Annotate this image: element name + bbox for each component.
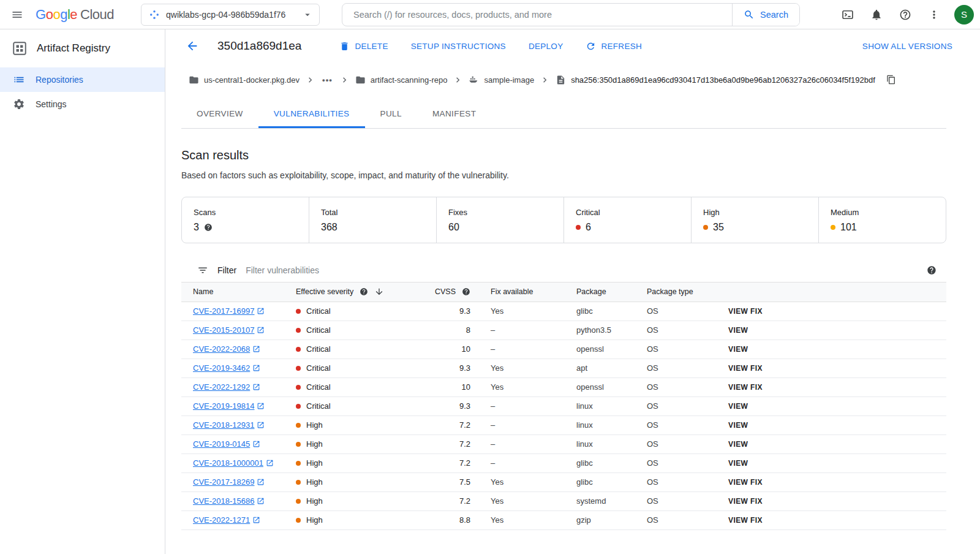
cve-link[interactable]: CVE-2019-0145	[193, 439, 260, 449]
filter-icon	[197, 265, 208, 276]
stat-label: Medium	[831, 208, 946, 217]
back-button[interactable]	[184, 37, 201, 55]
cve-link[interactable]: CVE-2019-19814	[193, 401, 265, 411]
cve-link[interactable]: CVE-2018-1000001	[193, 458, 274, 468]
cloud-shell-button[interactable]	[835, 2, 860, 27]
fix-available: –	[479, 321, 565, 340]
column-header-package[interactable]: Package	[565, 283, 635, 302]
view-fix-button[interactable]: VIEW FIX	[728, 364, 763, 373]
stat-high: High 35	[691, 197, 818, 243]
cve-link[interactable]: CVE-2019-3462	[193, 363, 260, 373]
column-header-cvss-label: CVSS	[435, 287, 456, 296]
view-fix-button[interactable]: VIEW FIX	[728, 497, 763, 506]
view-fix-button[interactable]: VIEW	[728, 459, 748, 468]
sidebar-item-settings[interactable]: Settings	[0, 92, 165, 116]
table-row: CVE-2019-0145 High 7.2 – linux OS VIEW	[181, 434, 946, 453]
package-type: OS	[635, 321, 717, 340]
table-row: CVE-2019-19814 Critical 9.3 – linux OS V…	[181, 397, 946, 416]
view-fix-button[interactable]: VIEW	[728, 421, 748, 430]
table-row: CVE-2022-1271 High 8.8 Yes gzip OS VIEW …	[181, 510, 946, 529]
column-header-severity[interactable]: Effective severity	[284, 283, 399, 302]
copy-digest-button[interactable]	[884, 73, 898, 86]
project-selector[interactable]: qwiklabs-gcp-04-986b59da1f76	[141, 4, 320, 26]
view-fix-button[interactable]: VIEW	[728, 326, 748, 335]
column-header-package-type[interactable]: Package type	[635, 283, 717, 302]
external-link-icon	[257, 421, 265, 429]
external-link-icon	[257, 307, 265, 315]
table-row: CVE-2018-1000001 High 7.2 – glibc OS VIE…	[181, 453, 946, 472]
package-type: OS	[635, 359, 717, 378]
package-type: OS	[635, 397, 717, 416]
severity-label: Critical	[306, 401, 331, 411]
stat-value: 101	[840, 222, 857, 233]
package-name: systemd	[565, 491, 635, 510]
menu-button[interactable]	[5, 2, 29, 27]
setup-instructions-button[interactable]: SETUP INSTRUCTIONS	[411, 42, 506, 51]
google-cloud-logo[interactable]: Google Cloud	[36, 7, 114, 23]
view-fix-button[interactable]: VIEW FIX	[728, 307, 763, 316]
stat-label: High	[703, 208, 818, 217]
severity-label: High	[306, 439, 323, 449]
breadcrumb-collapsed-button[interactable]: •••	[321, 75, 334, 85]
tab-overview[interactable]: OVERVIEW	[181, 101, 258, 128]
column-header-fix[interactable]: Fix available	[479, 283, 565, 302]
column-header-cvss[interactable]: CVSS	[399, 283, 479, 302]
search-input[interactable]	[342, 4, 732, 26]
cvss-value: 8	[399, 321, 479, 340]
tab-vulnerabilities[interactable]: VULNERABILITIES	[258, 101, 365, 128]
cve-id: CVE-2018-15686	[193, 496, 254, 506]
severity-help-icon[interactable]	[360, 287, 368, 296]
header-actions: DELETE SETUP INSTRUCTIONS DEPLOY REFRESH	[339, 41, 642, 51]
search-button[interactable]: Search	[732, 4, 799, 26]
help-filled-icon[interactable]	[204, 223, 213, 232]
view-fix-button[interactable]: VIEW	[728, 440, 748, 449]
more-options-button[interactable]	[922, 2, 946, 27]
column-header-name[interactable]: Name	[181, 283, 284, 302]
main-content: 350d1a869d1ea DELETE SETUP INSTRUCTIONS …	[165, 29, 980, 554]
hamburger-icon	[11, 9, 23, 21]
fix-available: Yes	[479, 359, 565, 378]
cvss-help-icon[interactable]	[462, 287, 470, 296]
cve-id: CVE-2022-1271	[193, 515, 250, 525]
notifications-button[interactable]	[864, 2, 889, 27]
cve-link[interactable]: CVE-2015-20107	[193, 325, 265, 335]
cve-link[interactable]: CVE-2022-1271	[193, 515, 260, 525]
cvss-value: 10	[399, 340, 479, 359]
stat-fixes: Fixes 60	[436, 197, 564, 243]
view-fix-button[interactable]: VIEW FIX	[728, 383, 763, 392]
view-fix-button[interactable]: VIEW FIX	[728, 478, 763, 487]
cve-link[interactable]: CVE-2017-16997	[193, 306, 265, 316]
stat-value: 3	[194, 222, 199, 233]
deploy-button[interactable]: DEPLOY	[529, 42, 564, 51]
vuln-table-body: CVE-2017-16997 Critical 9.3 Yes glibc OS…	[181, 302, 946, 529]
cve-link[interactable]: CVE-2017-18269	[193, 477, 265, 487]
table-help-icon[interactable]	[927, 265, 937, 275]
help-button[interactable]	[893, 2, 918, 27]
show-all-versions-button[interactable]: SHOW ALL VERSIONS	[862, 42, 952, 51]
tab-pull[interactable]: PULL	[365, 101, 417, 128]
cve-link[interactable]: CVE-2022-2068	[193, 344, 260, 354]
severity-label: Critical	[306, 325, 331, 335]
delete-button[interactable]: DELETE	[339, 41, 388, 51]
tab-manifest[interactable]: MANIFEST	[417, 101, 491, 128]
package-type: OS	[635, 340, 717, 359]
cve-link[interactable]: CVE-2022-1292	[193, 382, 260, 392]
high-dot	[703, 225, 708, 230]
cloud-shell-icon	[842, 9, 854, 21]
filter-input[interactable]	[246, 265, 918, 275]
breadcrumb-image[interactable]: sample-image	[469, 75, 534, 85]
refresh-button[interactable]: REFRESH	[586, 41, 642, 51]
cve-link[interactable]: CVE-2018-12931	[193, 420, 265, 430]
severity-label: High	[306, 458, 323, 468]
breadcrumb-repo[interactable]: artifact-scanning-repo	[355, 75, 448, 85]
chevron-right-icon	[540, 75, 550, 85]
table-row: CVE-2019-3462 Critical 9.3 Yes apt OS VI…	[181, 359, 946, 378]
view-fix-button[interactable]: VIEW	[728, 345, 748, 354]
breadcrumb-registry[interactable]: us-central1-docker.pkg.dev	[189, 75, 300, 85]
cve-link[interactable]: CVE-2018-15686	[193, 496, 265, 506]
sort-descending-icon[interactable]	[374, 287, 384, 297]
view-fix-button[interactable]: VIEW	[728, 402, 748, 411]
view-fix-button[interactable]: VIEW FIX	[728, 516, 763, 525]
sidebar-item-repositories[interactable]: Repositories	[0, 67, 165, 92]
avatar[interactable]: S	[954, 5, 974, 25]
